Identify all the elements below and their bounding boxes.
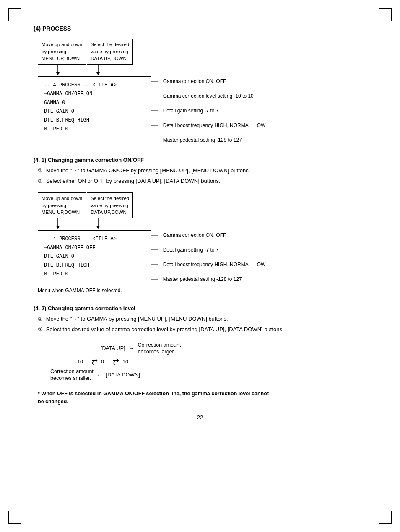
crossmark-left [12, 262, 20, 270]
data-down-arrow: ← [97, 371, 103, 378]
diagram2: Move up and down by pressing MENU UP,DOW… [34, 192, 366, 295]
label-box-data: Select the desired value by pressing DAT… [87, 39, 133, 65]
screen1-line2: →GAMMA ON/OFF ON [44, 90, 145, 99]
diagram2-caption: Menu when GAMMA OFF is selected. [38, 288, 151, 293]
corner-mark-br [379, 511, 392, 524]
corner-mark-tl [8, 8, 21, 21]
subsection2-step1: ① Move the "→" to GAMMA by pressing [MEN… [38, 315, 366, 323]
subsection2: (4. 2) Changing gamma correction level ①… [34, 305, 366, 333]
subsection1-title: (4. 1) Changing gamma correction ON/OFF [34, 157, 366, 163]
data-up-arrow: → [129, 345, 135, 352]
subsection2-title: (4. 2) Changing gamma correction level [34, 305, 366, 311]
svg-text:· Master pedestal setting   -1: · Master pedestal setting -128 to 127 [160, 137, 242, 143]
annotations2: · Gamma correction ON, OFF · Detail gain… [151, 192, 285, 294]
svg-text:· Detail gain setting   -7 to : · Detail gain setting -7 to 7 [160, 247, 219, 253]
svg-marker-15 [56, 226, 60, 229]
svg-marker-17 [96, 226, 100, 229]
annot-svg2: · Gamma correction ON, OFF · Detail gain… [151, 226, 285, 293]
screen-box1: -- 4 PROCESS -- <FILE A> →GAMMA ON/OFF O… [38, 76, 151, 140]
data-up-label: [DATA UP] [101, 345, 125, 351]
subsection2-step2: ② Select the desired value of gamma corr… [38, 325, 366, 334]
svg-text:· Master pedestal setting   -1: · Master pedestal setting -128 to 127 [160, 276, 242, 282]
subsection1-step2: ② Select either ON or OFF by pressing [D… [38, 177, 366, 185]
label-box-menu: Move up and down by pressing MENU UP,DOW… [38, 39, 86, 65]
svg-marker-1 [56, 72, 60, 75]
data-down-label: [DATA DOWN] [106, 372, 140, 378]
screen1-line3: GAMMA 0 [44, 99, 145, 107]
screen2-line2: →GAMMA ON/OFF OFF [44, 244, 145, 252]
pm-left: ⇄ [91, 357, 98, 366]
crossmark-top [196, 12, 204, 20]
zero: 0 [101, 359, 109, 365]
svg-text:· Gamma correction   ON, OFF: · Gamma correction ON, OFF [160, 78, 226, 84]
screen2-line1: -- 4 PROCESS -- <FILE A> [44, 235, 145, 244]
corner-mark-tr [379, 8, 392, 21]
minus10: -10 [75, 359, 88, 365]
subsection1-step1: ① Move the "→" to GAMMA ON/OFF by pressi… [38, 166, 366, 175]
crossmark-bottom [196, 512, 204, 520]
connector-svg1 [38, 65, 126, 76]
screen-box2: -- 4 PROCESS -- <FILE A> →GAMMA ON/OFF O… [38, 230, 151, 285]
screen2-line3: DTL GAIN 0 [44, 252, 145, 261]
screen1-line1: -- 4 PROCESS -- <FILE A> [44, 81, 145, 90]
correction-smaller: Correction amountbecomes smaller. [50, 368, 94, 382]
connector-svg2 [38, 218, 126, 230]
annot-svg1: · Gamma correction ON, OFF · Gamma corre… [151, 72, 285, 145]
subsection1: (4. 1) Changing gamma correction ON/OFF … [34, 157, 366, 185]
crossmark-right [380, 262, 388, 270]
svg-text:· Detail boost frequency   HIG: · Detail boost frequency HIGH, NORMAL, L… [160, 262, 266, 267]
svg-text:· Gamma correction   ON, OFF: · Gamma correction ON, OFF [160, 232, 226, 238]
screen2-line5: M. PED 0 [44, 270, 145, 279]
svg-text:· Detail boost frequency   HIG: · Detail boost frequency HIGH, NORMAL, L… [160, 122, 266, 128]
screen1-line6: M. PED 0 [44, 125, 145, 134]
number-line-diagram: [DATA UP] → Correction amountbecomes lar… [50, 342, 366, 381]
screen1-line5: DTL B.FREQ HIGH [44, 116, 145, 125]
screen2-line4: DTL B.FREQ HIGH [44, 261, 145, 270]
page-number: – 22 – [34, 414, 366, 420]
note: * When OFF is selected in GAMMA ON/OFF s… [34, 390, 366, 406]
svg-text:· Detail gain setting   -7 to : · Detail gain setting -7 to 7 [160, 108, 219, 114]
label-box-menu2: Move up and down by pressing MENU UP,DOW… [38, 192, 86, 218]
label-box-data2: Select the desired value by pressing DAT… [87, 192, 133, 218]
correction-larger: Correction amountbecomes larger. [138, 342, 181, 356]
plus10: 10 [122, 359, 128, 365]
section-title: (4) PROCESS [34, 25, 366, 32]
annotations1: · Gamma correction ON, OFF · Gamma corre… [151, 39, 285, 147]
svg-marker-3 [96, 72, 100, 75]
corner-mark-bl [8, 511, 21, 524]
pm-right: ⇄ [113, 357, 119, 366]
screen1-line4: DTL GAIN 0 [44, 107, 145, 116]
diagram1: Move up and down by pressing MENU UP,DOW… [34, 39, 366, 147]
svg-text:· Gamma correction level setti: · Gamma correction level setting -10 to … [160, 93, 254, 99]
